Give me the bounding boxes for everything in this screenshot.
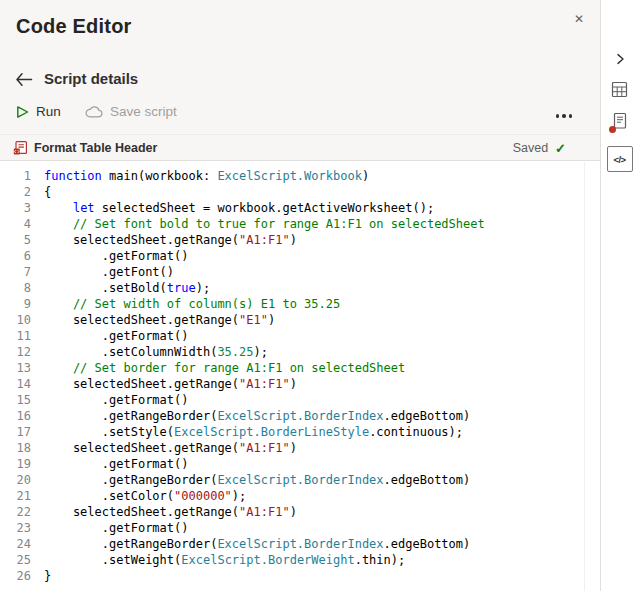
code-text: .setWeight(ExcelScript.BorderWeight.thin… (44, 553, 405, 567)
code-text: .getFormat() (44, 521, 189, 535)
cloud-save-icon (85, 105, 103, 118)
code-text: selectedSheet.getRange("E1") (44, 313, 275, 327)
code-line: 7 .getFont() (0, 264, 584, 280)
saved-check-icon: ✓ (555, 141, 566, 156)
code-line: 21 .setColor("000000"); (0, 488, 584, 504)
code-text: selectedSheet.getRange("A1:F1") (44, 233, 297, 247)
code-line: 10 selectedSheet.getRange("E1") (0, 312, 584, 328)
line-number: 12 (0, 344, 44, 360)
more-options-icon[interactable] (554, 110, 575, 122)
code-text: // Set width of column(s) E1 to 35.25 (44, 297, 340, 311)
line-number: 10 (0, 312, 44, 328)
pane-header: Code Editor ✕ Script details Run Save sc… (0, 0, 600, 161)
line-number: 8 (0, 280, 44, 296)
line-number: 18 (0, 440, 44, 456)
line-number: 13 (0, 360, 44, 376)
code-text: selectedSheet.getRange("A1:F1") (44, 505, 297, 519)
code-editor[interactable]: 1function main(workbook: ExcelScript.Wor… (0, 162, 584, 591)
save-script-button[interactable]: Save script (85, 104, 177, 119)
code-text: .setColor("000000"); (44, 489, 246, 503)
line-number: 14 (0, 376, 44, 392)
line-number: 24 (0, 536, 44, 552)
script-header-row: Format Table Header Saved ✓ (0, 134, 600, 160)
code-line: 13 // Set border for range A1:F1 on sele… (0, 360, 584, 376)
code-line: 22 selectedSheet.getRange("A1:F1") (0, 504, 584, 520)
script-details-link[interactable]: Script details (44, 70, 138, 87)
save-status: Saved ✓ (513, 135, 566, 161)
line-number: 5 (0, 232, 44, 248)
code-line: 5 selectedSheet.getRange("A1:F1") (0, 232, 584, 248)
code-text: .setColumnWidth(35.25); (44, 345, 268, 359)
code-brackets-icon: </> (607, 146, 633, 172)
rail-scripts-pane-button[interactable] (601, 106, 638, 136)
rail-table-pane-button[interactable] (601, 74, 638, 104)
script-name: Format Table Header (34, 135, 157, 161)
run-button[interactable]: Run (16, 104, 61, 119)
saved-status-label: Saved (513, 141, 548, 155)
code-text: .setStyle(ExcelScript.BorderLineStyle.co… (44, 425, 463, 439)
rail-code-editor-button[interactable]: </> (601, 142, 638, 176)
code-text: .setBold(true); (44, 281, 210, 295)
code-lines: 1function main(workbook: ExcelScript.Wor… (0, 168, 584, 584)
line-number: 7 (0, 264, 44, 280)
code-line: 6 .getFormat() (0, 248, 584, 264)
line-number: 22 (0, 504, 44, 520)
code-line: 15 .getFormat() (0, 392, 584, 408)
code-line: 8 .setBold(true); (0, 280, 584, 296)
code-line: 2{ (0, 184, 584, 200)
code-line: 9 // Set width of column(s) E1 to 35.25 (0, 296, 584, 312)
table-grid-icon (611, 81, 628, 98)
code-line: 19 .getFormat() (0, 456, 584, 472)
code-text: .getFont() (44, 265, 174, 279)
code-text: .getFormat() (44, 249, 189, 263)
code-line: 16 .getRangeBorder(ExcelScript.BorderInd… (0, 408, 584, 424)
code-text: .getFormat() (44, 393, 189, 407)
code-line: 17 .setStyle(ExcelScript.BorderLineStyle… (0, 424, 584, 440)
code-line: 23 .getFormat() (0, 520, 584, 536)
code-text: { (44, 185, 51, 199)
line-number: 11 (0, 328, 44, 344)
code-line: 24 .getRangeBorder(ExcelScript.BorderInd… (0, 536, 584, 552)
code-text: // Set border for range A1:F1 on selecte… (44, 361, 405, 375)
code-line: 4 // Set font bold to true for range A1:… (0, 216, 584, 232)
code-line: 1function main(workbook: ExcelScript.Wor… (0, 168, 584, 184)
code-line: 20 .getRangeBorder(ExcelScript.BorderInd… (0, 472, 584, 488)
line-number: 19 (0, 456, 44, 472)
code-text: } (44, 569, 51, 583)
line-number: 26 (0, 568, 44, 584)
code-line: 12 .setColumnWidth(35.25); (0, 344, 584, 360)
back-arrow-icon[interactable] (15, 72, 33, 87)
code-text: selectedSheet.getRange("A1:F1") (44, 441, 297, 455)
line-number: 1 (0, 168, 44, 184)
line-number: 25 (0, 552, 44, 568)
code-line: 11 .getFormat() (0, 328, 584, 344)
code-text: .getRangeBorder(ExcelScript.BorderIndex.… (44, 473, 470, 487)
code-text: function main(workbook: ExcelScript.Work… (44, 169, 369, 183)
code-text: // Set font bold to true for range A1:F1… (44, 217, 485, 231)
code-line: 25 .setWeight(ExcelScript.BorderWeight.t… (0, 552, 584, 568)
pane-title: Code Editor (16, 15, 132, 38)
save-script-label: Save script (110, 104, 177, 119)
code-line: 26} (0, 568, 584, 584)
line-number: 3 (0, 200, 44, 216)
line-number: 20 (0, 472, 44, 488)
line-number: 17 (0, 424, 44, 440)
code-editor-pane: Code Editor ✕ Script details Run Save sc… (0, 0, 600, 591)
play-icon (16, 105, 29, 119)
code-text: .getFormat() (44, 329, 189, 343)
line-number: 6 (0, 248, 44, 264)
line-number: 4 (0, 216, 44, 232)
editor-scrollbar[interactable] (584, 162, 600, 591)
chevron-right-icon (613, 52, 627, 66)
code-text: .getRangeBorder(ExcelScript.BorderIndex.… (44, 409, 470, 423)
line-number: 2 (0, 184, 44, 200)
code-text: .getFormat() (44, 457, 189, 471)
side-rail: </> (600, 0, 638, 591)
collapse-pane-button[interactable] (601, 44, 638, 74)
close-icon[interactable]: ✕ (568, 8, 590, 30)
code-line: 3 let selectedSheet = workbook.getActive… (0, 200, 584, 216)
code-text: let selectedSheet = workbook.getActiveWo… (44, 201, 434, 215)
office-scripts-icon (13, 140, 28, 155)
line-number: 16 (0, 408, 44, 424)
line-number: 9 (0, 296, 44, 312)
